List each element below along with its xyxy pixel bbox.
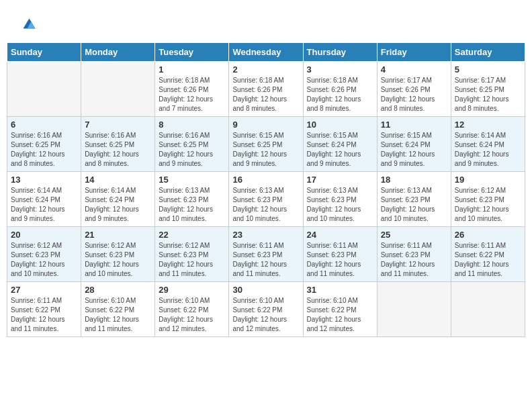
day-info: Sunrise: 6:10 AM Sunset: 6:22 PM Dayligh…	[159, 296, 225, 334]
day-number: 7	[85, 120, 151, 130]
calendar-cell	[81, 62, 155, 117]
day-number: 16	[232, 175, 299, 185]
calendar-cell: 16Sunrise: 6:13 AM Sunset: 6:23 PM Dayli…	[229, 172, 303, 227]
weekday-header-friday: Friday	[377, 43, 451, 62]
day-number: 12	[455, 120, 521, 130]
day-number: 1	[159, 64, 225, 75]
calendar-cell: 21Sunrise: 6:12 AM Sunset: 6:23 PM Dayli…	[81, 227, 155, 282]
calendar-week-2: 6Sunrise: 6:16 AM Sunset: 6:25 PM Daylig…	[7, 117, 525, 172]
day-info: Sunrise: 6:16 AM Sunset: 6:25 PM Dayligh…	[85, 131, 151, 169]
day-info: Sunrise: 6:13 AM Sunset: 6:23 PM Dayligh…	[381, 186, 447, 224]
day-info: Sunrise: 6:14 AM Sunset: 6:24 PM Dayligh…	[455, 131, 521, 169]
day-number: 18	[381, 175, 447, 185]
day-info: Sunrise: 6:11 AM Sunset: 6:23 PM Dayligh…	[307, 241, 373, 279]
day-number: 15	[159, 175, 225, 185]
calendar-cell: 15Sunrise: 6:13 AM Sunset: 6:23 PM Dayli…	[155, 172, 229, 227]
day-info: Sunrise: 6:11 AM Sunset: 6:22 PM Dayligh…	[11, 296, 77, 334]
day-info: Sunrise: 6:16 AM Sunset: 6:25 PM Dayligh…	[159, 131, 225, 169]
day-number: 19	[455, 175, 521, 185]
day-info: Sunrise: 6:16 AM Sunset: 6:25 PM Dayligh…	[11, 131, 77, 169]
calendar-cell: 8Sunrise: 6:16 AM Sunset: 6:25 PM Daylig…	[155, 117, 229, 172]
day-number: 3	[307, 64, 373, 75]
calendar-cell: 19Sunrise: 6:12 AM Sunset: 6:23 PM Dayli…	[451, 172, 525, 227]
day-info: Sunrise: 6:18 AM Sunset: 6:26 PM Dayligh…	[159, 76, 225, 113]
calendar-cell: 17Sunrise: 6:13 AM Sunset: 6:23 PM Dayli…	[303, 172, 377, 227]
calendar-week-4: 20Sunrise: 6:12 AM Sunset: 6:23 PM Dayli…	[7, 227, 525, 282]
calendar-cell: 1Sunrise: 6:18 AM Sunset: 6:26 PM Daylig…	[155, 62, 229, 117]
calendar-cell: 13Sunrise: 6:14 AM Sunset: 6:24 PM Dayli…	[7, 172, 81, 227]
calendar-cell: 29Sunrise: 6:10 AM Sunset: 6:22 PM Dayli…	[155, 282, 229, 337]
day-info: Sunrise: 6:15 AM Sunset: 6:24 PM Dayligh…	[381, 131, 447, 169]
day-number: 24	[307, 230, 373, 240]
calendar-cell: 4Sunrise: 6:17 AM Sunset: 6:26 PM Daylig…	[377, 62, 451, 117]
calendar-cell: 11Sunrise: 6:15 AM Sunset: 6:24 PM Dayli…	[377, 117, 451, 172]
day-info: Sunrise: 6:11 AM Sunset: 6:22 PM Dayligh…	[455, 241, 521, 279]
weekday-header-saturday: Saturday	[451, 43, 525, 62]
day-info: Sunrise: 6:11 AM Sunset: 6:23 PM Dayligh…	[381, 241, 447, 279]
calendar-cell: 2Sunrise: 6:18 AM Sunset: 6:26 PM Daylig…	[229, 62, 303, 117]
day-info: Sunrise: 6:11 AM Sunset: 6:23 PM Dayligh…	[232, 241, 299, 279]
day-number: 22	[159, 230, 225, 240]
day-number: 26	[455, 230, 521, 240]
logo	[17, 13, 38, 34]
calendar-cell: 3Sunrise: 6:18 AM Sunset: 6:26 PM Daylig…	[303, 62, 377, 117]
day-number: 20	[11, 230, 77, 240]
day-info: Sunrise: 6:17 AM Sunset: 6:25 PM Dayligh…	[455, 76, 521, 113]
day-number: 4	[381, 64, 447, 75]
day-number: 31	[307, 285, 373, 295]
weekday-header-tuesday: Tuesday	[155, 43, 229, 62]
calendar-cell: 30Sunrise: 6:10 AM Sunset: 6:22 PM Dayli…	[229, 282, 303, 337]
calendar-cell: 18Sunrise: 6:13 AM Sunset: 6:23 PM Dayli…	[377, 172, 451, 227]
day-number: 14	[85, 175, 151, 185]
day-info: Sunrise: 6:12 AM Sunset: 6:23 PM Dayligh…	[159, 241, 225, 279]
weekday-header-row: SundayMondayTuesdayWednesdayThursdayFrid…	[7, 43, 525, 62]
weekday-header-monday: Monday	[81, 43, 155, 62]
day-number: 10	[307, 120, 373, 130]
calendar-cell: 6Sunrise: 6:16 AM Sunset: 6:25 PM Daylig…	[7, 117, 81, 172]
day-info: Sunrise: 6:10 AM Sunset: 6:22 PM Dayligh…	[85, 296, 151, 334]
calendar-cell: 5Sunrise: 6:17 AM Sunset: 6:25 PM Daylig…	[451, 62, 525, 117]
calendar-cell: 10Sunrise: 6:15 AM Sunset: 6:24 PM Dayli…	[303, 117, 377, 172]
day-info: Sunrise: 6:14 AM Sunset: 6:24 PM Dayligh…	[85, 186, 151, 224]
weekday-header-wednesday: Wednesday	[229, 43, 303, 62]
day-info: Sunrise: 6:12 AM Sunset: 6:23 PM Dayligh…	[11, 241, 77, 279]
day-info: Sunrise: 6:13 AM Sunset: 6:23 PM Dayligh…	[307, 186, 373, 224]
calendar-week-3: 13Sunrise: 6:14 AM Sunset: 6:24 PM Dayli…	[7, 172, 525, 227]
calendar-cell: 22Sunrise: 6:12 AM Sunset: 6:23 PM Dayli…	[155, 227, 229, 282]
day-info: Sunrise: 6:18 AM Sunset: 6:26 PM Dayligh…	[307, 76, 373, 113]
calendar-cell: 26Sunrise: 6:11 AM Sunset: 6:22 PM Dayli…	[451, 227, 525, 282]
calendar-cell	[451, 282, 525, 337]
calendar-cell: 31Sunrise: 6:10 AM Sunset: 6:22 PM Dayli…	[303, 282, 377, 337]
day-info: Sunrise: 6:17 AM Sunset: 6:26 PM Dayligh…	[381, 76, 447, 113]
day-info: Sunrise: 6:18 AM Sunset: 6:26 PM Dayligh…	[232, 76, 299, 113]
calendar-cell	[7, 62, 81, 117]
calendar-cell: 7Sunrise: 6:16 AM Sunset: 6:25 PM Daylig…	[81, 117, 155, 172]
day-number: 21	[85, 230, 151, 240]
calendar-cell: 28Sunrise: 6:10 AM Sunset: 6:22 PM Dayli…	[81, 282, 155, 337]
day-number: 23	[232, 230, 299, 240]
calendar-cell: 14Sunrise: 6:14 AM Sunset: 6:24 PM Dayli…	[81, 172, 155, 227]
day-number: 27	[11, 285, 77, 295]
logo-icon	[18, 13, 38, 34]
calendar-cell: 23Sunrise: 6:11 AM Sunset: 6:23 PM Dayli…	[229, 227, 303, 282]
day-number: 9	[232, 120, 299, 130]
day-number: 25	[381, 230, 447, 240]
day-number: 8	[159, 120, 225, 130]
day-number: 11	[381, 120, 447, 130]
day-info: Sunrise: 6:13 AM Sunset: 6:23 PM Dayligh…	[159, 186, 225, 224]
day-info: Sunrise: 6:15 AM Sunset: 6:25 PM Dayligh…	[232, 131, 299, 169]
day-info: Sunrise: 6:15 AM Sunset: 6:24 PM Dayligh…	[307, 131, 373, 169]
day-info: Sunrise: 6:12 AM Sunset: 6:23 PM Dayligh…	[455, 186, 521, 224]
day-number: 29	[159, 285, 225, 295]
calendar-cell: 12Sunrise: 6:14 AM Sunset: 6:24 PM Dayli…	[451, 117, 525, 172]
day-info: Sunrise: 6:10 AM Sunset: 6:22 PM Dayligh…	[307, 296, 373, 334]
day-number: 30	[232, 285, 299, 295]
calendar-cell	[377, 282, 451, 337]
day-number: 13	[11, 175, 77, 185]
calendar-week-1: 1Sunrise: 6:18 AM Sunset: 6:26 PM Daylig…	[7, 62, 525, 117]
page-header	[7, 7, 525, 37]
day-number: 28	[85, 285, 151, 295]
calendar-cell: 20Sunrise: 6:12 AM Sunset: 6:23 PM Dayli…	[7, 227, 81, 282]
calendar-table: SundayMondayTuesdayWednesdayThursdayFrid…	[7, 42, 525, 337]
day-info: Sunrise: 6:10 AM Sunset: 6:22 PM Dayligh…	[232, 296, 299, 334]
